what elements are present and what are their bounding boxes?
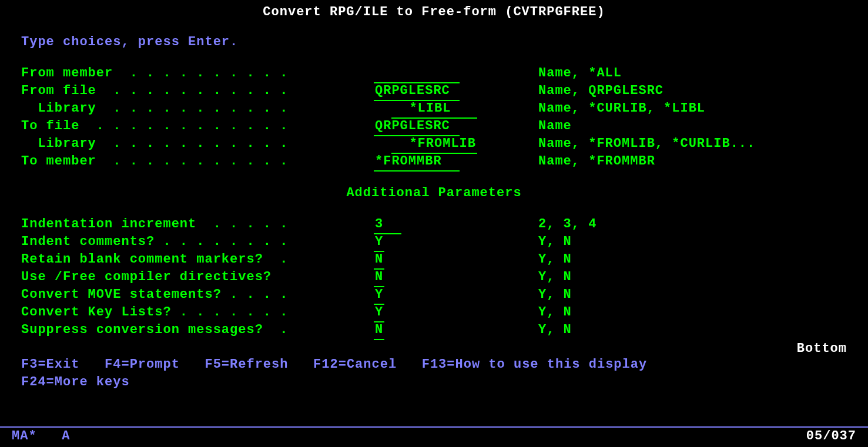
label-indent-inc: Indentation increment . . . . . xyxy=(21,216,374,233)
hint-to-member: Name, *FROMMBR xyxy=(538,153,655,170)
row-use-free: Use /Free compiler directives? N Y, N xyxy=(0,268,868,286)
input-from-lib[interactable]: *LIBL xyxy=(391,100,477,119)
input-indent-cmt[interactable]: Y xyxy=(374,233,384,252)
row-suppress: Suppress conversion messages? . N Y, N xyxy=(0,321,868,339)
input-retain-blank[interactable]: N xyxy=(374,251,384,270)
label-retain-blank: Retain blank comment markers? . xyxy=(21,251,374,268)
input-from-file[interactable]: QRPGLESRC xyxy=(374,82,460,101)
terminal-screen: Convert RPG/ILE to Free-form (CVTRPGFREE… xyxy=(0,0,868,447)
label-to-lib: Library . . . . . . . . . . . xyxy=(21,135,374,153)
row-to-member: To member . . . . . . . . . . . *FROMMBR… xyxy=(0,153,868,170)
input-to-lib[interactable]: *FROMLIB xyxy=(391,135,477,154)
status-left: MA* A xyxy=(12,429,70,443)
input-to-file[interactable]: QRPGLESRC xyxy=(374,117,460,136)
input-use-free[interactable]: N xyxy=(374,268,384,287)
hint-indent-cmt: Y, N xyxy=(538,233,572,251)
status-bar: MA* A 05/037 xyxy=(0,426,868,443)
hint-from-member: Name, *ALL xyxy=(538,65,622,82)
hint-to-file: Name xyxy=(538,117,572,135)
row-conv-klist: Convert Key Lists? . . . . . . . Y Y, N xyxy=(0,304,868,321)
fkeys-line1: F3=Exit F4=Prompt F5=Refresh F12=Cancel … xyxy=(0,356,868,374)
page-title: Convert RPG/ILE to Free-form (CVTRPGFREE… xyxy=(0,5,868,19)
input-conv-move[interactable]: Y xyxy=(374,286,384,305)
label-suppress: Suppress conversion messages? . xyxy=(21,321,374,339)
input-to-member[interactable]: *FROMMBR xyxy=(374,153,460,172)
hint-indent-inc: 2, 3, 4 xyxy=(538,216,596,233)
scroll-indicator: Bottom xyxy=(0,341,868,356)
row-retain-blank: Retain blank comment markers? . N Y, N xyxy=(0,251,868,268)
row-from-file: From file . . . . . . . . . . . QRPGLESR… xyxy=(0,82,868,100)
hint-use-free: Y, N xyxy=(538,268,572,286)
hint-from-file: Name, QRPGLESRC xyxy=(538,82,663,100)
row-conv-move: Convert MOVE statements? . . . . Y Y, N xyxy=(0,286,868,304)
row-to-lib: Library . . . . . . . . . . . *FROMLIB N… xyxy=(0,135,868,153)
input-suppress[interactable]: N xyxy=(374,321,384,340)
label-use-free: Use /Free compiler directives? xyxy=(21,268,374,286)
label-to-member: To member . . . . . . . . . . . xyxy=(21,153,374,170)
label-from-lib: Library . . . . . . . . . . . xyxy=(21,100,374,117)
label-from-file: From file . . . . . . . . . . . xyxy=(21,82,374,100)
hint-to-lib: Name, *FROMLIB, *CURLIB... xyxy=(538,135,755,153)
section-header: Additional Parameters xyxy=(0,186,868,200)
hint-conv-klist: Y, N xyxy=(538,304,572,321)
input-indent-inc[interactable]: 3 xyxy=(374,216,401,234)
row-indent-cmt: Indent comments? . . . . . . . . Y Y, N xyxy=(0,233,868,251)
hint-conv-move: Y, N xyxy=(538,286,572,304)
row-to-file: To file . . . . . . . . . . . . QRPGLESR… xyxy=(0,117,868,135)
label-conv-klist: Convert Key Lists? . . . . . . . xyxy=(21,304,374,321)
label-from-member: From member . . . . . . . . . . xyxy=(21,65,374,82)
hint-retain-blank: Y, N xyxy=(538,251,572,268)
label-to-file: To file . . . . . . . . . . . . xyxy=(21,117,374,135)
row-from-member: From member . . . . . . . . . . Name, *A… xyxy=(0,65,868,82)
label-conv-move: Convert MOVE statements? . . . . xyxy=(21,286,374,304)
cursor-position: 05/037 xyxy=(806,429,856,443)
input-from-member[interactable] xyxy=(374,65,460,83)
row-from-lib: Library . . . . . . . . . . . *LIBL Name… xyxy=(0,100,868,117)
input-conv-klist[interactable]: Y xyxy=(374,304,384,322)
row-indent-inc: Indentation increment . . . . . 3 2, 3, … xyxy=(0,216,868,233)
instruction-text: Type choices, press Enter. xyxy=(0,35,868,49)
hint-suppress: Y, N xyxy=(538,321,572,339)
label-indent-cmt: Indent comments? . . . . . . . . xyxy=(21,233,374,251)
hint-from-lib: Name, *CURLIB, *LIBL xyxy=(538,100,705,117)
fkeys-line2: F24=More keys xyxy=(0,374,868,391)
